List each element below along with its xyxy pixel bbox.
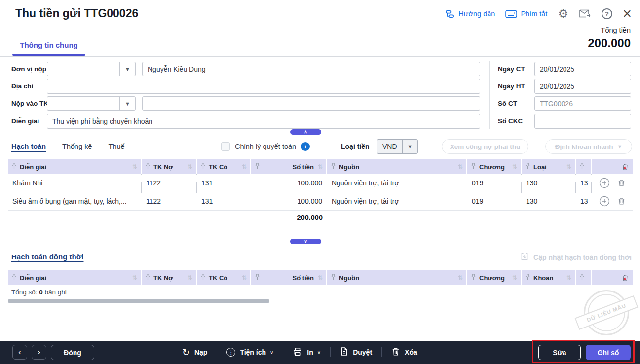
col-tk-co[interactable]: TK Có⇅ bbox=[197, 159, 251, 174]
col-khoan[interactable]: Khoản⇅ bbox=[522, 270, 576, 285]
horizontal-scrollbar-thumb[interactable] bbox=[8, 299, 269, 303]
currency-select[interactable]: VND ▼ bbox=[377, 139, 418, 154]
edit-button[interactable]: Sửa bbox=[538, 345, 581, 360]
address-input[interactable] bbox=[47, 79, 480, 94]
view-receivables-button[interactable]: Xem công nợ phải thu bbox=[442, 139, 528, 154]
posting-date-input[interactable] bbox=[534, 79, 631, 94]
update-simultaneous-button[interactable]: Cập nhật hạch toán đồng thời bbox=[520, 252, 632, 262]
table-row[interactable]: Siêu âm ổ bụng (gan mật, tụy, lách,... 1… bbox=[8, 192, 633, 211]
sort-icon[interactable]: ⇅ bbox=[458, 274, 463, 281]
col-nguon[interactable]: Nguồn⇅ bbox=[327, 159, 467, 174]
utilities-button[interactable]: ⋮Tiện ích∨ bbox=[226, 348, 273, 357]
close-icon[interactable]: × bbox=[623, 8, 632, 20]
pin-icon[interactable] bbox=[471, 274, 476, 282]
close-button[interactable]: Đóng bbox=[51, 345, 94, 360]
delete-row-icon[interactable] bbox=[617, 197, 626, 206]
delete-all-icon[interactable]: × bbox=[621, 163, 629, 171]
caret-down-icon[interactable]: ▼ bbox=[119, 62, 135, 76]
guide-link[interactable]: Hướng dẫn bbox=[445, 9, 495, 19]
sort-icon[interactable]: ⇅ bbox=[512, 163, 517, 170]
col-so-tien[interactable]: Số tiền⇅ bbox=[251, 159, 327, 174]
col-dien-giai[interactable]: Diễn giải⇅ bbox=[8, 159, 142, 174]
shortcuts-link[interactable]: Phím tắt bbox=[505, 10, 547, 18]
sort-icon[interactable]: ⇅ bbox=[188, 274, 192, 281]
pin-icon[interactable] bbox=[331, 274, 336, 282]
add-row-icon[interactable] bbox=[599, 196, 610, 207]
adjustment-checkbox[interactable] bbox=[221, 142, 230, 151]
pin-icon[interactable] bbox=[11, 163, 17, 171]
pin-icon[interactable] bbox=[11, 274, 17, 282]
next-record-button[interactable]: › bbox=[32, 345, 46, 360]
pin-icon[interactable] bbox=[255, 274, 260, 282]
simultaneous-table-header: Diễn giải⇅ TK Nợ⇅ TK Có⇅ Số tiền⇅ Nguồn⇅… bbox=[8, 270, 633, 285]
col-tk-no[interactable]: TK Nợ⇅ bbox=[142, 270, 197, 285]
doc-number-label: Số CT bbox=[498, 96, 517, 111]
col-chuong[interactable]: Chương⇅ bbox=[467, 270, 522, 285]
pin-icon[interactable] bbox=[145, 163, 151, 171]
description-input[interactable] bbox=[47, 114, 480, 129]
pin-icon[interactable] bbox=[331, 163, 336, 171]
info-icon[interactable]: i bbox=[301, 142, 310, 151]
pin-icon[interactable] bbox=[579, 274, 585, 282]
sort-icon[interactable]: ⇅ bbox=[318, 163, 323, 170]
sort-icon[interactable]: ⇅ bbox=[132, 274, 137, 281]
pin-icon[interactable] bbox=[200, 163, 206, 171]
pin-icon[interactable] bbox=[471, 163, 476, 171]
deposit-account-select[interactable]: ▼ bbox=[47, 96, 136, 111]
caret-down-icon[interactable]: ▼ bbox=[402, 140, 417, 153]
table-row[interactable]: Khám Nhi 1122 131 100.000 Nguồn viện trợ… bbox=[8, 174, 633, 192]
payer-unit-select[interactable]: ▼ bbox=[47, 62, 136, 76]
collapse-up-button[interactable]: ∧ bbox=[290, 129, 321, 135]
col-so-tien[interactable]: Số tiền⇅ bbox=[251, 270, 327, 285]
delete-button[interactable]: Xóa bbox=[391, 347, 417, 358]
add-row-icon[interactable] bbox=[599, 178, 610, 188]
sort-icon[interactable]: ⇅ bbox=[512, 274, 517, 281]
col-dien-giai[interactable]: Diễn giải⇅ bbox=[8, 270, 142, 285]
pin-icon[interactable] bbox=[579, 163, 585, 171]
approve-button[interactable]: Duyệt bbox=[340, 347, 372, 358]
col-nguon[interactable]: Nguồn⇅ bbox=[327, 270, 467, 285]
caret-down-icon[interactable]: ▼ bbox=[119, 97, 135, 110]
sort-icon[interactable]: ⇅ bbox=[458, 163, 463, 170]
simultaneous-accounting-link[interactable]: Hạch toán đồng thời bbox=[11, 253, 83, 261]
pin-icon[interactable] bbox=[255, 163, 260, 171]
col-pinned[interactable] bbox=[576, 270, 592, 285]
col-chuong[interactable]: Chương⇅ bbox=[467, 159, 522, 174]
col-pinned[interactable] bbox=[576, 159, 592, 174]
tab-thue[interactable]: Thuế bbox=[109, 143, 125, 150]
sort-icon[interactable]: ⇅ bbox=[566, 274, 571, 281]
sort-icon[interactable]: ⇅ bbox=[318, 274, 323, 281]
doc-date-input[interactable] bbox=[534, 62, 631, 76]
adjustment-checkbox-group: Chỉnh lý quyết toán i bbox=[221, 142, 310, 151]
pin-icon[interactable] bbox=[145, 274, 151, 282]
deposit-account-detail-input[interactable] bbox=[142, 96, 480, 111]
pin-icon[interactable] bbox=[525, 274, 530, 282]
tab-hach-toan[interactable]: Hạch toán bbox=[11, 143, 46, 150]
pin-icon[interactable] bbox=[200, 274, 206, 282]
sort-icon[interactable]: ⇅ bbox=[132, 163, 137, 170]
feedback-mail-icon[interactable] bbox=[579, 9, 591, 19]
col-tk-no[interactable]: TK Nợ⇅ bbox=[142, 159, 197, 174]
col-tk-co[interactable]: TK Có⇅ bbox=[197, 270, 251, 285]
sort-icon[interactable]: ⇅ bbox=[242, 163, 247, 170]
ckc-number-input[interactable] bbox=[534, 114, 631, 129]
col-loai[interactable]: Loại⇅ bbox=[522, 159, 576, 174]
sort-icon[interactable]: ⇅ bbox=[188, 163, 192, 170]
delete-row-icon[interactable] bbox=[617, 179, 626, 187]
reload-button[interactable]: ↻Nạp bbox=[182, 348, 207, 357]
settings-gear-icon[interactable]: ⚙ bbox=[558, 8, 568, 20]
sort-icon[interactable]: ⇅ bbox=[566, 163, 571, 170]
tab-thong-ke[interactable]: Thống kê bbox=[62, 143, 92, 150]
pin-icon[interactable] bbox=[525, 163, 530, 171]
tab-thong-tin-chung[interactable]: Thông tin chung bbox=[12, 41, 85, 49]
prev-record-button[interactable]: ‹ bbox=[12, 345, 27, 360]
collapse-down-button[interactable]: ∨ bbox=[290, 239, 321, 244]
help-icon[interactable]: ? bbox=[602, 8, 612, 19]
quick-entry-button[interactable]: Định khoản nhanh▼ bbox=[545, 139, 632, 154]
payer-name-input[interactable] bbox=[142, 62, 480, 76]
doc-number-input[interactable] bbox=[534, 96, 631, 111]
delete-all-icon[interactable]: × bbox=[621, 274, 629, 282]
print-button[interactable]: In∨ bbox=[293, 347, 321, 358]
post-button[interactable]: Ghi sổ bbox=[586, 345, 631, 360]
sort-icon[interactable]: ⇅ bbox=[242, 274, 247, 281]
